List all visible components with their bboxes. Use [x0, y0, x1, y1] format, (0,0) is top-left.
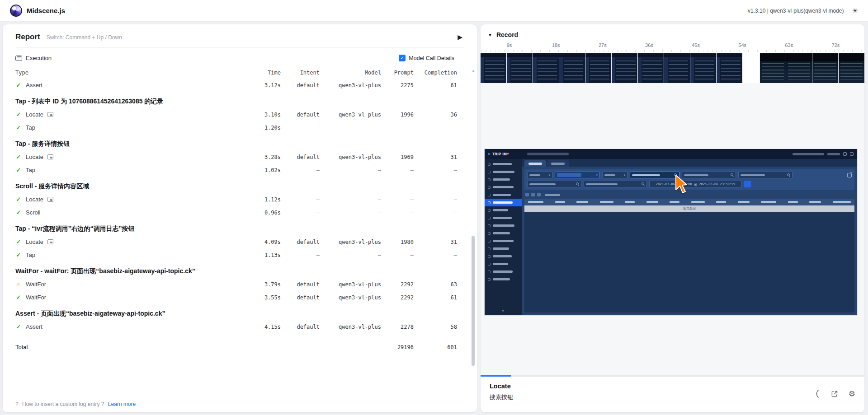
mini-menu-icon	[488, 209, 491, 212]
filmstrip-frame[interactable]	[786, 53, 812, 83]
filmstrip-frame[interactable]	[533, 53, 559, 83]
mini-expand-icon	[847, 173, 852, 177]
filmstrip-frame[interactable]	[717, 53, 742, 83]
execution-step-row[interactable]: ✓Locate4.09sdefaultqwen3-vl-plus198031	[15, 235, 464, 248]
execution-step-row[interactable]: ✓Locate3.28sdefaultqwen3-vl-plus196931	[15, 150, 464, 163]
mini-menu-icon	[488, 171, 491, 173]
timeline-mark: 63s	[766, 42, 812, 48]
success-check-icon: ✓	[15, 111, 22, 118]
mini-sidebar-item	[485, 245, 522, 252]
mini-menu-label-bar	[493, 201, 513, 204]
filmstrip-frame[interactable]	[760, 53, 786, 83]
timeline-mark: 45s	[673, 42, 719, 48]
filmstrip-frame[interactable]	[507, 53, 533, 83]
filmstrip-frame[interactable]	[559, 53, 585, 83]
execution-group-title[interactable]: Tap - 列表中 ID 为 107608861452641263085 的记录	[15, 98, 464, 106]
execution-bar: Execution ✓ Model Call Details	[15, 55, 464, 61]
mini-table-header-cell	[600, 201, 613, 203]
execution-group-title[interactable]: Tap - “ivr流程调用”右边的“调用日志”按钮	[15, 225, 464, 233]
step-completion: 36	[414, 112, 457, 118]
mini-search-button	[744, 181, 751, 187]
timeline-mark: 36s	[626, 42, 672, 48]
success-check-icon: ✓	[15, 167, 22, 173]
execution-step-row[interactable]: ✓WaitFor3.55sdefaultqwen3-vl-plus229261	[15, 291, 464, 304]
execution-group-title[interactable]: Assert - 页面出现“basebiz-aigateway-api-topi…	[15, 310, 464, 318]
mini-sidebar-item	[485, 237, 522, 245]
mini-menu-label-bar	[493, 194, 511, 196]
mini-menu-icon	[488, 278, 491, 281]
mini-table-header-cell	[809, 201, 821, 203]
mini-menu-label-bar	[493, 278, 510, 280]
step-type-cell: ⚠WaitFor	[15, 281, 239, 288]
step-time: 1.12s	[239, 196, 281, 203]
step-type-label: WaitFor	[26, 281, 46, 288]
execution-group-title[interactable]: Scroll - 服务详情内容区域	[15, 182, 464, 191]
model-call-details-checkbox[interactable]: ✓	[399, 55, 406, 61]
mini-menu-label-bar	[493, 247, 509, 250]
mini-table-header-cell	[761, 201, 776, 203]
execution-step-row[interactable]: ✓Assert3.12sdefaultqwen3-vl-plus227561	[15, 79, 464, 92]
model-call-details-toggle[interactable]: ✓ Model Call Details	[399, 55, 464, 61]
execution-step-row[interactable]: ✓Tap1.13s––––	[15, 248, 464, 261]
open-external-icon[interactable]	[830, 390, 838, 398]
filmstrip-frame[interactable]	[612, 53, 637, 83]
mini-sidebar-item	[485, 199, 522, 206]
mini-app-name: TRIP IM+	[492, 152, 509, 156]
mini-menu-icon	[488, 201, 491, 204]
execution-group-title[interactable]: Tap - 服务详情按钮	[15, 140, 464, 148]
report-scrollbar-thumb[interactable]	[472, 236, 475, 366]
execution-step-row[interactable]: ✓Locate3.10sdefaultqwen3-vl-plus199636	[15, 108, 464, 121]
success-check-icon: ✓	[15, 154, 22, 160]
mini-menu-label-bar	[493, 178, 510, 181]
collapse-caret-icon: ▼	[488, 33, 492, 37]
mini-filter-input	[584, 181, 647, 187]
mini-table-header-cell	[833, 201, 851, 203]
filmstrip-current-gap[interactable]	[743, 53, 760, 83]
mini-menu-label-bar	[493, 255, 512, 257]
column-time: Time	[239, 70, 281, 76]
filmstrip-frame[interactable]	[481, 53, 506, 83]
execution-step-row[interactable]: ✓Tap1.02s––––	[15, 163, 464, 177]
mini-menu-icon	[488, 194, 491, 196]
mini-tab-active	[524, 160, 546, 167]
execution-step-row[interactable]: ✓Scroll0.96s––––	[15, 206, 464, 219]
step-model: qwen3-vl-plus	[320, 294, 381, 301]
settings-gear-icon[interactable]: ⚙	[849, 390, 855, 398]
step-prompt: 1969	[381, 154, 414, 160]
mini-sidebar-item	[485, 206, 522, 214]
mini-table-header-cell	[716, 201, 726, 203]
filmstrip-frame[interactable]	[664, 53, 690, 83]
execution-label: Execution	[26, 55, 52, 61]
record-header[interactable]: ▼ Record	[481, 24, 864, 42]
mini-table-header	[524, 199, 854, 205]
scroll-up-arrow-icon[interactable]: ▲	[472, 69, 475, 73]
success-check-icon: ✓	[15, 82, 22, 89]
execution-group-title[interactable]: WaitFor - waitFor: 页面出现“basebiz-aigatewa…	[15, 267, 464, 275]
column-prompt: Prompt	[381, 70, 414, 76]
search-icon	[787, 173, 790, 177]
filmstrip-frame[interactable]	[839, 53, 864, 83]
step-type-label: Tap	[26, 167, 35, 173]
step-intent: –	[281, 125, 320, 131]
filmstrip-frame[interactable]	[585, 53, 611, 83]
filmstrip-frame[interactable]	[812, 53, 838, 83]
step-completion: –	[414, 167, 457, 173]
step-model: qwen3-vl-plus	[320, 154, 381, 160]
execution-step-row[interactable]: ⚠WaitFor3.79sdefaultqwen3-vl-plus229263	[15, 278, 464, 291]
mini-refresh-icon	[850, 152, 854, 156]
app-title: Midscene.js	[27, 7, 65, 14]
filmstrip-frame[interactable]	[638, 53, 664, 83]
execution-step-row[interactable]: ✓Tap1.20s––––	[15, 121, 464, 134]
step-completion: 58	[414, 324, 457, 330]
theme-toggle-icon[interactable]: ☀	[852, 7, 858, 15]
mini-menu-label-bar	[493, 163, 512, 165]
execution-step-row[interactable]: ✓Assert4.15sdefaultqwen3-vl-plus227858	[15, 320, 464, 333]
play-button[interactable]: ▶	[456, 33, 464, 42]
mini-sidebar-item	[485, 183, 522, 191]
learn-more-link[interactable]: Learn more	[108, 401, 136, 407]
execution-step-row[interactable]: ✓Locate1.12s––––	[15, 193, 464, 206]
timeline-mark: 27s	[579, 42, 626, 48]
filmstrip-frame[interactable]	[690, 53, 716, 83]
loading-spinner-icon[interactable]	[813, 389, 820, 398]
footer-question-icon: ?	[15, 401, 19, 407]
